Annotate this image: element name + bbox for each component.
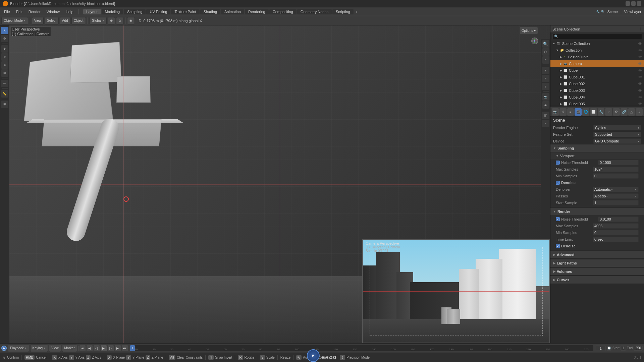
hierarchy-scene-collection[interactable]: ▼ 🎬 Scene Collection 👁	[550, 40, 644, 47]
transform-space[interactable]: Global ▼	[90, 17, 107, 24]
vp-side-view[interactable]: S	[542, 83, 549, 90]
jump-to-end[interactable]: ⏭	[122, 345, 128, 351]
play-button[interactable]: ▶	[101, 345, 107, 351]
render-section-header[interactable]: ▼ Render	[550, 208, 644, 215]
prop-particles-icon[interactable]: ⁘	[605, 108, 612, 116]
options-button[interactable]: Options ▾	[519, 27, 538, 34]
device-dropdown[interactable]: GPU Compute	[593, 138, 641, 144]
time-limit-value[interactable]: 0 sec	[593, 237, 639, 242]
vp-front-view[interactable]: F	[542, 75, 549, 82]
prop-data-icon[interactable]: △	[628, 108, 635, 116]
vp-zoom-out[interactable]: ⊖	[542, 48, 549, 56]
tool-measure[interactable]: 📏	[1, 90, 8, 98]
menu-help[interactable]: Help	[63, 9, 76, 14]
vp-top-view[interactable]: T	[542, 67, 549, 74]
next-frame[interactable]: ▶	[115, 345, 121, 351]
tab-geometry-nodes[interactable]: Geometry Nodes	[297, 9, 332, 14]
hierarchy-cube-004[interactable]: ▶ ⬜ Cube.004 👁	[550, 94, 644, 101]
tool-cursor[interactable]: ✛	[1, 35, 8, 42]
render-engine-dropdown[interactable]: Cycles	[593, 125, 641, 130]
tab-rendering[interactable]: Rendering	[245, 9, 269, 14]
advanced-header[interactable]: ▶ Advanced	[550, 251, 644, 258]
hierarchy-options[interactable]: ⋮	[639, 27, 642, 31]
menu-render[interactable]: Render	[26, 9, 43, 14]
view-button[interactable]: View	[32, 17, 44, 24]
jump-to-start[interactable]: ⏮	[79, 345, 86, 351]
min-samples-render-value[interactable]: 0	[593, 230, 639, 235]
tab-modeling[interactable]: Modeling	[102, 9, 123, 14]
vp-object-types[interactable]: ◫	[542, 112, 549, 119]
vp-camera-view[interactable]: 📷	[542, 93, 549, 101]
hierarchy-cube-005[interactable]: ▶ ⬜ Cube.005 👁	[550, 101, 644, 106]
vp-zoom-in[interactable]: 🔍	[542, 40, 549, 48]
proportional-edit[interactable]: ⊙	[116, 17, 123, 24]
select-button[interactable]: Select	[45, 17, 59, 24]
hierarchy-cube-003[interactable]: ▶ ⬜ Cube.003 👁	[550, 87, 644, 94]
view-axis-gizmo[interactable]	[531, 38, 538, 44]
start-frame-input[interactable]: 1	[621, 346, 626, 351]
hierarchy-collection[interactable]: ▼ 📁 Collection 👁	[550, 47, 644, 54]
sampling-header[interactable]: ▼ Sampling	[550, 144, 644, 152]
prop-render-icon[interactable]: 📷	[552, 108, 559, 116]
hierarchy-cube-002[interactable]: ▶ ⬜ Cube.002 👁	[550, 80, 644, 87]
min-samples-viewport-value[interactable]: 0	[593, 173, 639, 179]
tab-sculpting[interactable]: Sculpting	[124, 9, 146, 14]
view-menu[interactable]: View	[49, 345, 61, 352]
noise-threshold-render-checkbox[interactable]	[556, 217, 560, 221]
tool-scale[interactable]: ⊕	[1, 61, 8, 69]
light-paths-header[interactable]: ▶ Light Paths	[550, 259, 644, 267]
maximize-button[interactable]	[631, 1, 636, 6]
viewport-options[interactable]: Options ▾	[519, 27, 538, 34]
viewport-3d[interactable]: User Perspective (1) Collection | Camera…	[9, 25, 550, 343]
collection-vis[interactable]: 👁	[638, 48, 642, 52]
tool-rotate[interactable]: ↻	[1, 53, 8, 61]
timeline-settings[interactable]: ▶	[1, 346, 7, 351]
denoise-checkbox[interactable]	[556, 181, 560, 185]
denoise-render-label[interactable]: Denoise	[561, 244, 576, 248]
noise-threshold-viewport-checkbox[interactable]	[556, 161, 560, 165]
feature-set-dropdown[interactable]: Supported	[593, 132, 641, 137]
noise-threshold-render-value[interactable]: 0.0100	[598, 217, 639, 222]
marker-menu[interactable]: Marker	[62, 345, 77, 352]
prop-world-icon[interactable]: 🌐	[582, 108, 589, 116]
tab-animation[interactable]: Animation	[221, 9, 244, 14]
noise-threshold-viewport-value[interactable]: 0.1000	[598, 160, 639, 165]
prev-keyframe[interactable]: ◁	[94, 345, 100, 351]
vp-render-preview[interactable]: ◉	[542, 101, 549, 109]
prop-output-icon[interactable]: 🖨	[559, 108, 567, 116]
tab-scripting[interactable]: Scripting	[332, 9, 354, 14]
prop-object-icon[interactable]: ⬜	[590, 108, 597, 116]
snap-toggle[interactable]: ⊕	[108, 17, 115, 24]
tab-layout[interactable]: Layout	[83, 9, 101, 14]
tab-uv-editing[interactable]: UV Editing	[146, 9, 170, 14]
tool-move[interactable]: ✥	[1, 45, 8, 53]
prop-view-layer-icon[interactable]: ≡	[567, 108, 574, 116]
next-keyframe[interactable]: ▷	[108, 345, 114, 351]
minimize-button[interactable]	[626, 1, 630, 6]
menu-edit[interactable]: Edit	[13, 9, 25, 14]
end-frame-input[interactable]: 250	[634, 346, 643, 351]
playback-menu[interactable]: Playback ▼	[8, 345, 29, 352]
prop-constraints-icon[interactable]: 🔗	[621, 108, 628, 116]
hierarchy-bezier[interactable]: ▶ 〜 BezierCurve 👁	[550, 54, 644, 60]
tool-transform[interactable]: ⊞	[1, 69, 8, 77]
prev-frame[interactable]: ◀	[87, 345, 93, 351]
bezier-vis[interactable]: 👁	[638, 55, 642, 59]
viewport-sub-header[interactable]: ▼ Viewport	[550, 153, 644, 159]
hierarchy-search-input[interactable]	[552, 34, 642, 39]
tool-add-object[interactable]: ⊞	[1, 101, 8, 108]
prop-scene-icon[interactable]: 🎬	[575, 108, 582, 116]
vp-perspective[interactable]: P	[542, 56, 549, 64]
max-samples-render-value[interactable]: 4096	[593, 223, 639, 229]
vp-overlays[interactable]: ≡	[542, 120, 549, 127]
menu-window[interactable]: Window	[44, 9, 62, 14]
denoiser-dropdown[interactable]: Automatic ▼	[593, 187, 639, 192]
curves-header[interactable]: ▶ Curves	[550, 276, 644, 284]
prop-physics-icon[interactable]: ⚙	[613, 108, 620, 116]
prop-modifiers-icon[interactable]: 🔧	[598, 108, 605, 116]
close-button[interactable]	[637, 1, 641, 6]
tool-annotate[interactable]: ✏	[1, 80, 8, 87]
add-button[interactable]: Add	[60, 17, 70, 24]
hierarchy-cube-001[interactable]: ▶ ⬜ Cube.001 👁	[550, 74, 644, 80]
object-mode-selector[interactable]: Object Mode ▼	[1, 17, 28, 24]
